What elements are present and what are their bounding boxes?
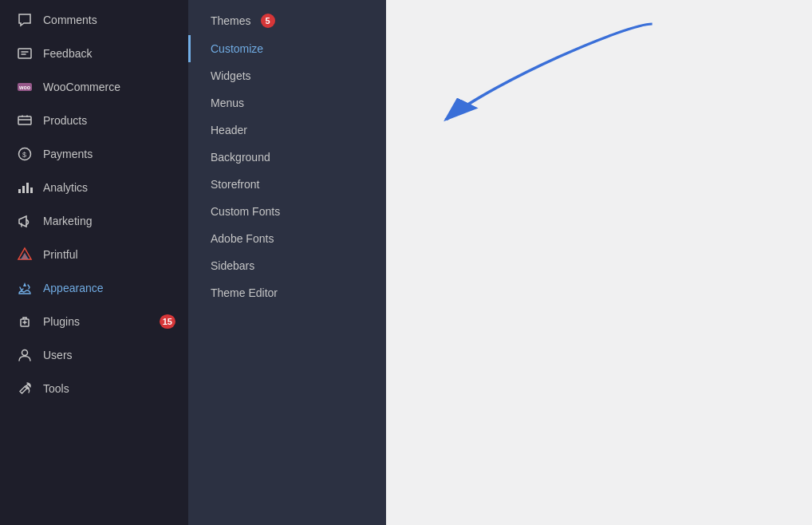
submenu-item-storefront[interactable]: Storefront xyxy=(188,171,386,198)
submenu-item-label: Header xyxy=(211,124,247,136)
payments-icon: $ xyxy=(16,145,34,163)
sidebar-item-label: Printful xyxy=(43,248,175,261)
users-icon xyxy=(16,346,34,364)
submenu-item-adobe-fonts[interactable]: Adobe Fonts xyxy=(188,225,386,252)
themes-badge: 5 xyxy=(261,14,275,28)
submenu-item-label: Menus xyxy=(211,97,244,109)
svg-point-14 xyxy=(22,350,28,356)
plugins-icon xyxy=(16,313,34,330)
submenu-item-sidebars[interactable]: Sidebars xyxy=(188,252,386,279)
submenu-item-themes[interactable]: Themes 5 xyxy=(188,6,386,35)
sidebar-item-feedback[interactable]: Feedback xyxy=(0,37,188,70)
sidebar-item-label: Products xyxy=(43,114,175,127)
sidebar-item-users[interactable]: Users xyxy=(0,338,188,372)
svg-marker-12 xyxy=(22,253,28,259)
analytics-icon xyxy=(16,179,34,196)
svg-rect-7 xyxy=(22,186,25,193)
sidebar-item-tools[interactable]: Tools xyxy=(0,372,188,405)
submenu-item-header[interactable]: Header xyxy=(188,116,386,144)
svg-rect-0 xyxy=(18,49,31,58)
submenu-item-label: Themes xyxy=(211,14,251,27)
appearance-submenu: Themes 5 Customize Widgets Menus Header … xyxy=(188,0,386,525)
comment-icon xyxy=(16,11,34,29)
submenu-item-label: Sidebars xyxy=(211,259,254,272)
plugins-badge: 15 xyxy=(160,314,175,329)
svg-rect-6 xyxy=(18,189,21,193)
svg-rect-3 xyxy=(18,116,31,124)
sidebar-item-label: Plugins xyxy=(43,315,150,328)
submenu-item-label: Customize xyxy=(211,42,263,55)
sidebar: Comments Feedback woo WooCommerce xyxy=(0,0,188,525)
sidebar-item-comments[interactable]: Comments xyxy=(0,3,188,37)
sidebar-item-products[interactable]: Products xyxy=(0,104,188,137)
svg-text:woo: woo xyxy=(18,85,30,90)
sidebar-item-label: Tools xyxy=(43,382,175,395)
sidebar-item-label: Payments xyxy=(43,148,175,160)
submenu-item-label: Storefront xyxy=(211,178,259,191)
sidebar-item-label: Users xyxy=(43,349,175,361)
marketing-icon xyxy=(16,212,34,230)
submenu-item-menus[interactable]: Menus xyxy=(188,89,386,116)
sidebar-item-label: Marketing xyxy=(43,215,175,227)
products-icon xyxy=(16,112,34,129)
submenu-item-label: Theme Editor xyxy=(211,286,278,299)
sidebar-item-plugins[interactable]: Plugins 15 xyxy=(0,305,188,338)
sidebar-item-payments[interactable]: $ Payments xyxy=(0,137,188,171)
sidebar-item-label: WooCommerce xyxy=(43,81,175,93)
sidebar-item-label: Analytics xyxy=(43,181,175,194)
submenu-item-theme-editor[interactable]: Theme Editor xyxy=(188,279,386,306)
printful-icon xyxy=(16,246,34,263)
sidebar-item-analytics[interactable]: Analytics xyxy=(0,171,188,204)
sidebar-item-woocommerce[interactable]: woo WooCommerce xyxy=(0,70,188,104)
appearance-icon xyxy=(16,279,34,297)
svg-text:$: $ xyxy=(22,151,26,159)
sidebar-item-printful[interactable]: Printful xyxy=(0,238,188,271)
submenu-item-customize[interactable]: Customize xyxy=(188,35,386,62)
sidebar-item-marketing[interactable]: Marketing xyxy=(0,204,188,238)
svg-rect-8 xyxy=(26,183,29,193)
submenu-item-background[interactable]: Background xyxy=(188,144,386,171)
submenu-item-widgets[interactable]: Widgets xyxy=(188,62,386,89)
sidebar-item-label: Appearance xyxy=(43,282,175,294)
submenu-item-label: Adobe Fonts xyxy=(211,232,274,245)
tools-icon xyxy=(16,380,34,397)
submenu-item-label: Widgets xyxy=(211,69,251,82)
submenu-item-custom-fonts[interactable]: Custom Fonts xyxy=(188,198,386,225)
submenu-item-label: Background xyxy=(211,151,270,164)
sidebar-item-label: Feedback xyxy=(43,47,175,60)
sidebar-item-appearance[interactable]: Appearance xyxy=(0,271,188,305)
submenu-item-label: Custom Fonts xyxy=(211,205,280,218)
woo-icon: woo xyxy=(16,78,34,96)
svg-rect-9 xyxy=(30,188,33,193)
feedback-icon xyxy=(16,45,34,62)
sidebar-item-label: Comments xyxy=(43,14,175,26)
